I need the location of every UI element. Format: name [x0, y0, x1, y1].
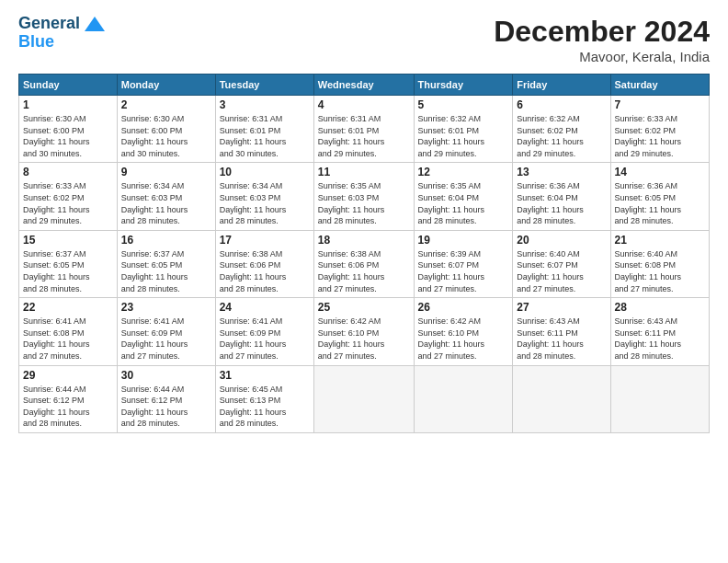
calendar-cell: 12Sunrise: 6:35 AM Sunset: 6:04 PM Dayli… — [414, 163, 513, 230]
day-info: Sunrise: 6:39 AM Sunset: 6:07 PM Dayligh… — [418, 248, 509, 294]
day-info: Sunrise: 6:35 AM Sunset: 6:03 PM Dayligh… — [318, 180, 410, 226]
svg-marker-0 — [85, 17, 105, 31]
calendar-cell: 21Sunrise: 6:40 AM Sunset: 6:08 PM Dayli… — [610, 230, 709, 297]
calendar-cell: 4Sunrise: 6:31 AM Sunset: 6:01 PM Daylig… — [313, 96, 414, 163]
day-number: 8 — [23, 166, 113, 178]
calendar-cell: 13Sunrise: 6:36 AM Sunset: 6:04 PM Dayli… — [513, 163, 610, 230]
day-number: 16 — [121, 234, 211, 247]
calendar-cell: 19Sunrise: 6:39 AM Sunset: 6:07 PM Dayli… — [414, 230, 513, 297]
day-info: Sunrise: 6:42 AM Sunset: 6:10 PM Dayligh… — [318, 316, 410, 362]
calendar-cell: 8Sunrise: 6:33 AM Sunset: 6:02 PM Daylig… — [19, 163, 118, 230]
day-info: Sunrise: 6:35 AM Sunset: 6:04 PM Dayligh… — [418, 180, 509, 226]
calendar-cell: 1Sunrise: 6:30 AM Sunset: 6:00 PM Daylig… — [19, 96, 118, 163]
calendar-table: Sunday Monday Tuesday Wednesday Thursday… — [18, 74, 710, 433]
calendar-cell: 24Sunrise: 6:41 AM Sunset: 6:09 PM Dayli… — [215, 298, 313, 365]
day-number: 28 — [615, 301, 705, 314]
calendar-cell: 15Sunrise: 6:37 AM Sunset: 6:05 PM Dayli… — [19, 230, 118, 297]
calendar-week-3: 15Sunrise: 6:37 AM Sunset: 6:05 PM Dayli… — [19, 230, 710, 297]
col-wednesday: Wednesday — [313, 75, 414, 96]
day-number: 27 — [517, 301, 606, 314]
calendar-cell: 17Sunrise: 6:38 AM Sunset: 6:06 PM Dayli… — [215, 230, 313, 297]
day-info: Sunrise: 6:38 AM Sunset: 6:06 PM Dayligh… — [220, 248, 310, 294]
page: General Blue December 2024 Mavoor, Keral… — [0, 0, 728, 563]
subtitle: Mavoor, Kerala, India — [494, 49, 710, 64]
calendar-cell: 23Sunrise: 6:41 AM Sunset: 6:09 PM Dayli… — [117, 298, 215, 365]
calendar-cell: 26Sunrise: 6:42 AM Sunset: 6:10 PM Dayli… — [414, 298, 513, 365]
calendar-cell: 10Sunrise: 6:34 AM Sunset: 6:03 PM Dayli… — [215, 163, 313, 230]
calendar-cell: 22Sunrise: 6:41 AM Sunset: 6:08 PM Dayli… — [19, 298, 118, 365]
day-info: Sunrise: 6:31 AM Sunset: 6:01 PM Dayligh… — [220, 113, 310, 159]
day-info: Sunrise: 6:36 AM Sunset: 6:04 PM Dayligh… — [517, 180, 606, 226]
day-number: 10 — [220, 166, 310, 178]
day-info: Sunrise: 6:34 AM Sunset: 6:03 PM Dayligh… — [220, 180, 310, 226]
day-number: 19 — [418, 234, 509, 247]
calendar-cell: 31Sunrise: 6:45 AM Sunset: 6:13 PM Dayli… — [215, 365, 313, 432]
day-number: 30 — [121, 369, 211, 382]
logo-text: General — [18, 15, 105, 33]
day-info: Sunrise: 6:43 AM Sunset: 6:11 PM Dayligh… — [517, 316, 606, 362]
calendar-cell: 3Sunrise: 6:31 AM Sunset: 6:01 PM Daylig… — [215, 96, 313, 163]
day-info: Sunrise: 6:40 AM Sunset: 6:08 PM Dayligh… — [615, 248, 705, 294]
day-number: 1 — [23, 98, 113, 111]
day-info: Sunrise: 6:33 AM Sunset: 6:02 PM Dayligh… — [23, 180, 113, 226]
day-number: 26 — [418, 301, 509, 314]
day-number: 20 — [517, 234, 606, 247]
day-number: 9 — [121, 166, 211, 178]
day-info: Sunrise: 6:41 AM Sunset: 6:08 PM Dayligh… — [23, 316, 113, 362]
calendar-cell: 30Sunrise: 6:44 AM Sunset: 6:12 PM Dayli… — [117, 365, 215, 432]
header: General Blue December 2024 Mavoor, Keral… — [18, 15, 710, 64]
calendar-cell: 7Sunrise: 6:33 AM Sunset: 6:02 PM Daylig… — [610, 96, 709, 163]
logo: General Blue — [18, 15, 105, 52]
title-block: December 2024 Mavoor, Kerala, India — [494, 15, 710, 64]
calendar-cell: 14Sunrise: 6:36 AM Sunset: 6:05 PM Dayli… — [610, 163, 709, 230]
day-info: Sunrise: 6:37 AM Sunset: 6:05 PM Dayligh… — [121, 248, 211, 294]
day-info: Sunrise: 6:40 AM Sunset: 6:07 PM Dayligh… — [517, 248, 606, 294]
day-info: Sunrise: 6:41 AM Sunset: 6:09 PM Dayligh… — [121, 316, 211, 362]
calendar-cell: 29Sunrise: 6:44 AM Sunset: 6:12 PM Dayli… — [19, 365, 118, 432]
day-number: 15 — [23, 234, 113, 247]
day-info: Sunrise: 6:41 AM Sunset: 6:09 PM Dayligh… — [220, 316, 310, 362]
calendar-week-5: 29Sunrise: 6:44 AM Sunset: 6:12 PM Dayli… — [19, 365, 710, 432]
day-number: 17 — [220, 234, 310, 247]
calendar-header-row: Sunday Monday Tuesday Wednesday Thursday… — [19, 75, 710, 96]
day-info: Sunrise: 6:32 AM Sunset: 6:01 PM Dayligh… — [418, 113, 509, 159]
day-info: Sunrise: 6:45 AM Sunset: 6:13 PM Dayligh… — [220, 384, 310, 430]
day-info: Sunrise: 6:31 AM Sunset: 6:01 PM Dayligh… — [318, 113, 410, 159]
day-info: Sunrise: 6:37 AM Sunset: 6:05 PM Dayligh… — [23, 248, 113, 294]
day-info: Sunrise: 6:32 AM Sunset: 6:02 PM Dayligh… — [517, 113, 606, 159]
calendar-week-1: 1Sunrise: 6:30 AM Sunset: 6:00 PM Daylig… — [19, 96, 710, 163]
day-number: 3 — [220, 98, 310, 111]
day-number: 21 — [615, 234, 705, 247]
logo-icon — [85, 17, 105, 31]
calendar-cell: 20Sunrise: 6:40 AM Sunset: 6:07 PM Dayli… — [513, 230, 610, 297]
calendar-cell: 5Sunrise: 6:32 AM Sunset: 6:01 PM Daylig… — [414, 96, 513, 163]
day-number: 6 — [517, 98, 606, 111]
calendar-cell: 27Sunrise: 6:43 AM Sunset: 6:11 PM Dayli… — [513, 298, 610, 365]
day-info: Sunrise: 6:30 AM Sunset: 6:00 PM Dayligh… — [121, 113, 211, 159]
day-number: 29 — [23, 369, 113, 382]
day-number: 18 — [318, 234, 410, 247]
col-friday: Friday — [513, 75, 610, 96]
day-info: Sunrise: 6:30 AM Sunset: 6:00 PM Dayligh… — [23, 113, 113, 159]
calendar-cell — [610, 365, 709, 432]
day-info: Sunrise: 6:38 AM Sunset: 6:06 PM Dayligh… — [318, 248, 410, 294]
main-title: December 2024 — [494, 15, 710, 49]
day-number: 24 — [220, 301, 310, 314]
col-monday: Monday — [117, 75, 215, 96]
calendar-cell: 28Sunrise: 6:43 AM Sunset: 6:11 PM Dayli… — [610, 298, 709, 365]
day-number: 31 — [220, 369, 310, 382]
day-number: 2 — [121, 98, 211, 111]
calendar-cell — [513, 365, 610, 432]
day-number: 11 — [318, 166, 410, 178]
calendar-cell: 11Sunrise: 6:35 AM Sunset: 6:03 PM Dayli… — [313, 163, 414, 230]
day-info: Sunrise: 6:44 AM Sunset: 6:12 PM Dayligh… — [23, 384, 113, 430]
day-number: 22 — [23, 301, 113, 314]
day-number: 14 — [615, 166, 705, 178]
col-sunday: Sunday — [19, 75, 118, 96]
day-info: Sunrise: 6:34 AM Sunset: 6:03 PM Dayligh… — [121, 180, 211, 226]
day-number: 12 — [418, 166, 509, 178]
day-info: Sunrise: 6:42 AM Sunset: 6:10 PM Dayligh… — [418, 316, 509, 362]
col-thursday: Thursday — [414, 75, 513, 96]
day-number: 25 — [318, 301, 410, 314]
col-tuesday: Tuesday — [215, 75, 313, 96]
